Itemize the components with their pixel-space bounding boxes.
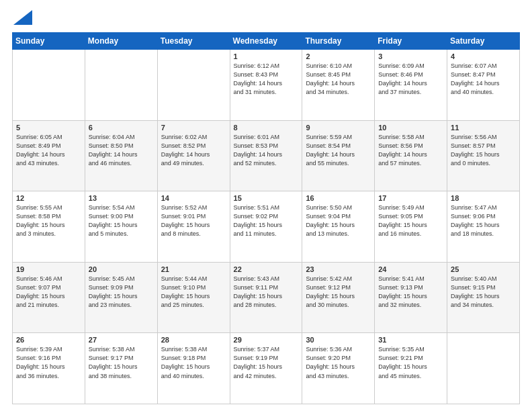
- calendar-cell: 5Sunrise: 6:05 AM Sunset: 8:49 PM Daylig…: [13, 120, 85, 191]
- calendar-cell: 21Sunrise: 5:44 AM Sunset: 9:10 PM Dayli…: [157, 262, 230, 333]
- calendar-cell: 7Sunrise: 6:02 AM Sunset: 8:52 PM Daylig…: [157, 120, 230, 191]
- day-number: 15: [234, 194, 299, 202]
- day-info: Sunrise: 5:42 AM Sunset: 9:12 PM Dayligh…: [306, 275, 371, 310]
- calendar-week-row: 12Sunrise: 5:55 AM Sunset: 8:58 PM Dayli…: [13, 191, 520, 263]
- day-info: Sunrise: 5:54 AM Sunset: 9:00 PM Dayligh…: [89, 203, 154, 238]
- calendar-cell: 28Sunrise: 5:38 AM Sunset: 9:18 PM Dayli…: [157, 333, 230, 404]
- day-number: 24: [378, 265, 443, 273]
- calendar-header-row: SundayMondayTuesdayWednesdayThursdayFrid…: [13, 33, 520, 50]
- day-info: Sunrise: 6:02 AM Sunset: 8:52 PM Dayligh…: [161, 133, 226, 168]
- calendar-header-thursday: Thursday: [302, 33, 375, 50]
- day-info: Sunrise: 5:51 AM Sunset: 9:02 PM Dayligh…: [234, 203, 299, 238]
- calendar-header-sunday: Sunday: [13, 33, 85, 50]
- day-number: 11: [451, 124, 516, 132]
- calendar-week-row: 5Sunrise: 6:05 AM Sunset: 8:49 PM Daylig…: [13, 120, 520, 191]
- calendar-cell: 6Sunrise: 6:04 AM Sunset: 8:50 PM Daylig…: [85, 120, 157, 191]
- calendar-cell: [85, 50, 157, 121]
- day-number: 10: [378, 124, 443, 132]
- day-info: Sunrise: 5:41 AM Sunset: 9:13 PM Dayligh…: [378, 275, 443, 310]
- calendar-header-tuesday: Tuesday: [157, 33, 230, 50]
- calendar-cell: 3Sunrise: 6:09 AM Sunset: 8:46 PM Daylig…: [375, 50, 447, 121]
- calendar-cell: 23Sunrise: 5:42 AM Sunset: 9:12 PM Dayli…: [302, 262, 375, 333]
- day-info: Sunrise: 5:37 AM Sunset: 9:19 PM Dayligh…: [234, 345, 299, 380]
- calendar-cell: 24Sunrise: 5:41 AM Sunset: 9:13 PM Dayli…: [375, 262, 447, 333]
- day-number: 31: [378, 336, 443, 344]
- calendar-table: SundayMondayTuesdayWednesdayThursdayFrid…: [12, 32, 520, 404]
- day-number: 6: [89, 124, 154, 132]
- day-number: 22: [234, 265, 299, 273]
- day-info: Sunrise: 5:35 AM Sunset: 9:21 PM Dayligh…: [378, 345, 443, 380]
- day-number: 12: [16, 194, 81, 202]
- day-number: 28: [161, 336, 226, 344]
- day-number: 27: [89, 336, 154, 344]
- day-number: 8: [234, 124, 299, 132]
- day-info: Sunrise: 5:45 AM Sunset: 9:09 PM Dayligh…: [89, 275, 154, 310]
- day-info: Sunrise: 5:46 AM Sunset: 9:07 PM Dayligh…: [16, 275, 81, 310]
- day-info: Sunrise: 5:38 AM Sunset: 9:17 PM Dayligh…: [89, 345, 154, 380]
- day-number: 13: [89, 194, 154, 202]
- svg-marker-0: [13, 10, 32, 25]
- calendar-cell: 13Sunrise: 5:54 AM Sunset: 9:00 PM Dayli…: [85, 191, 157, 263]
- day-number: 26: [16, 336, 81, 344]
- day-number: 30: [306, 336, 371, 344]
- day-info: Sunrise: 6:12 AM Sunset: 8:43 PM Dayligh…: [234, 62, 299, 97]
- calendar-cell: 15Sunrise: 5:51 AM Sunset: 9:02 PM Dayli…: [230, 191, 302, 263]
- day-info: Sunrise: 5:39 AM Sunset: 9:16 PM Dayligh…: [16, 345, 81, 380]
- day-number: 25: [451, 265, 516, 273]
- calendar-header-wednesday: Wednesday: [230, 33, 302, 50]
- logo-triangle-icon: [13, 8, 32, 27]
- calendar-cell: 12Sunrise: 5:55 AM Sunset: 8:58 PM Dayli…: [13, 191, 85, 263]
- header: [12, 11, 520, 27]
- day-number: 4: [451, 52, 516, 60]
- day-info: Sunrise: 5:40 AM Sunset: 9:15 PM Dayligh…: [451, 275, 516, 310]
- day-number: 17: [378, 194, 443, 202]
- day-number: 23: [306, 265, 371, 273]
- calendar-header-saturday: Saturday: [447, 33, 520, 50]
- calendar-cell: 29Sunrise: 5:37 AM Sunset: 9:19 PM Dayli…: [230, 333, 302, 404]
- calendar-cell: [447, 333, 520, 404]
- calendar-cell: 2Sunrise: 6:10 AM Sunset: 8:45 PM Daylig…: [302, 50, 375, 121]
- logo: [12, 11, 32, 27]
- day-info: Sunrise: 5:56 AM Sunset: 8:57 PM Dayligh…: [451, 133, 516, 168]
- calendar-cell: 19Sunrise: 5:46 AM Sunset: 9:07 PM Dayli…: [13, 262, 85, 333]
- calendar-cell: 16Sunrise: 5:50 AM Sunset: 9:04 PM Dayli…: [302, 191, 375, 263]
- day-number: 18: [451, 194, 516, 202]
- day-number: 14: [161, 194, 226, 202]
- calendar-week-row: 1Sunrise: 6:12 AM Sunset: 8:43 PM Daylig…: [13, 50, 520, 121]
- calendar-cell: 31Sunrise: 5:35 AM Sunset: 9:21 PM Dayli…: [375, 333, 447, 404]
- calendar-cell: 27Sunrise: 5:38 AM Sunset: 9:17 PM Dayli…: [85, 333, 157, 404]
- day-number: 20: [89, 265, 154, 273]
- day-number: 21: [161, 265, 226, 273]
- day-info: Sunrise: 6:09 AM Sunset: 8:46 PM Dayligh…: [378, 62, 443, 97]
- page: SundayMondayTuesdayWednesdayThursdayFrid…: [0, 0, 532, 411]
- calendar-cell: 11Sunrise: 5:56 AM Sunset: 8:57 PM Dayli…: [447, 120, 520, 191]
- calendar-cell: 18Sunrise: 5:47 AM Sunset: 9:06 PM Dayli…: [447, 191, 520, 263]
- calendar-week-row: 19Sunrise: 5:46 AM Sunset: 9:07 PM Dayli…: [13, 262, 520, 333]
- calendar-cell: 9Sunrise: 5:59 AM Sunset: 8:54 PM Daylig…: [302, 120, 375, 191]
- calendar-cell: 22Sunrise: 5:43 AM Sunset: 9:11 PM Dayli…: [230, 262, 302, 333]
- calendar-cell: 10Sunrise: 5:58 AM Sunset: 8:56 PM Dayli…: [375, 120, 447, 191]
- day-number: 19: [16, 265, 81, 273]
- calendar-cell: 26Sunrise: 5:39 AM Sunset: 9:16 PM Dayli…: [13, 333, 85, 404]
- day-number: 1: [234, 52, 299, 60]
- day-info: Sunrise: 5:36 AM Sunset: 9:20 PM Dayligh…: [306, 345, 371, 380]
- calendar-cell: 4Sunrise: 6:07 AM Sunset: 8:47 PM Daylig…: [447, 50, 520, 121]
- day-number: 3: [378, 52, 443, 60]
- calendar-cell: 1Sunrise: 6:12 AM Sunset: 8:43 PM Daylig…: [230, 50, 302, 121]
- calendar-header-monday: Monday: [85, 33, 157, 50]
- calendar-header-friday: Friday: [375, 33, 447, 50]
- day-info: Sunrise: 6:05 AM Sunset: 8:49 PM Dayligh…: [16, 133, 81, 168]
- calendar-cell: 17Sunrise: 5:49 AM Sunset: 9:05 PM Dayli…: [375, 191, 447, 263]
- calendar-cell: 14Sunrise: 5:52 AM Sunset: 9:01 PM Dayli…: [157, 191, 230, 263]
- calendar-cell: 20Sunrise: 5:45 AM Sunset: 9:09 PM Dayli…: [85, 262, 157, 333]
- day-info: Sunrise: 6:07 AM Sunset: 8:47 PM Dayligh…: [451, 62, 516, 97]
- day-info: Sunrise: 5:47 AM Sunset: 9:06 PM Dayligh…: [451, 203, 516, 238]
- day-number: 7: [161, 124, 226, 132]
- day-info: Sunrise: 5:49 AM Sunset: 9:05 PM Dayligh…: [378, 203, 443, 238]
- day-info: Sunrise: 6:04 AM Sunset: 8:50 PM Dayligh…: [89, 133, 154, 168]
- day-info: Sunrise: 5:55 AM Sunset: 8:58 PM Dayligh…: [16, 203, 81, 238]
- day-info: Sunrise: 5:50 AM Sunset: 9:04 PM Dayligh…: [306, 203, 371, 238]
- day-info: Sunrise: 5:44 AM Sunset: 9:10 PM Dayligh…: [161, 275, 226, 310]
- day-info: Sunrise: 5:43 AM Sunset: 9:11 PM Dayligh…: [234, 275, 299, 310]
- calendar-cell: 8Sunrise: 6:01 AM Sunset: 8:53 PM Daylig…: [230, 120, 302, 191]
